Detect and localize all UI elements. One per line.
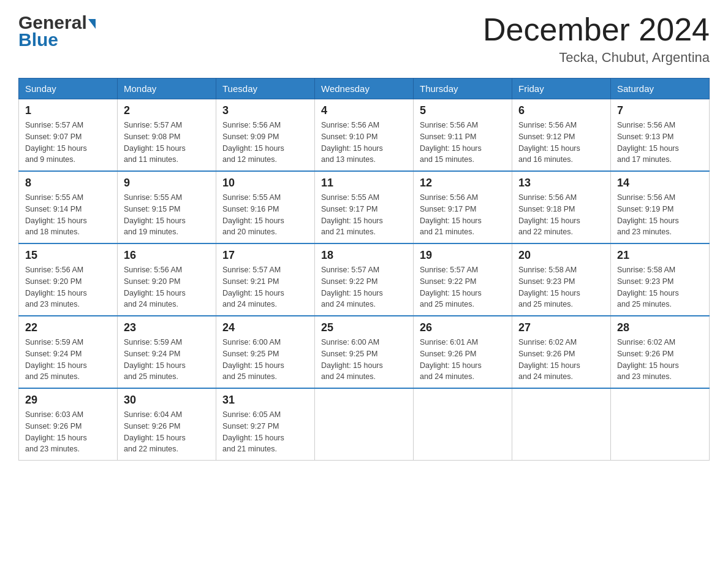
calendar-day-cell: 23Sunrise: 5:59 AMSunset: 9:24 PMDayligh… [118, 316, 216, 388]
calendar-day-cell: 12Sunrise: 5:56 AMSunset: 9:17 PMDayligh… [414, 171, 512, 243]
location-title: Tecka, Chubut, Argentina [483, 50, 710, 66]
day-number: 18 [321, 249, 407, 262]
weekday-header-friday: Friday [512, 79, 611, 99]
day-number: 16 [124, 249, 210, 262]
day-number: 23 [124, 321, 210, 334]
day-number: 3 [222, 104, 308, 117]
calendar-day-cell: 28Sunrise: 6:02 AMSunset: 9:26 PMDayligh… [611, 316, 710, 388]
calendar-day-cell: 19Sunrise: 5:57 AMSunset: 9:22 PMDayligh… [414, 243, 512, 316]
day-info: Sunrise: 6:05 AMSunset: 9:27 PMDaylight:… [222, 409, 308, 455]
day-number: 26 [420, 321, 506, 334]
calendar-day-cell: 5Sunrise: 5:56 AMSunset: 9:11 PMDaylight… [414, 99, 512, 172]
calendar-day-cell: 27Sunrise: 6:02 AMSunset: 9:26 PMDayligh… [512, 316, 611, 388]
calendar-day-cell: 25Sunrise: 6:00 AMSunset: 9:25 PMDayligh… [315, 316, 414, 388]
calendar-day-cell: 8Sunrise: 5:55 AMSunset: 9:14 PMDaylight… [19, 171, 118, 243]
day-info: Sunrise: 5:55 AMSunset: 9:17 PMDaylight:… [321, 192, 407, 238]
calendar-day-cell: 17Sunrise: 5:57 AMSunset: 9:21 PMDayligh… [216, 243, 315, 316]
title-area: December 2024 Tecka, Chubut, Argentina [483, 12, 710, 66]
logo-arrow-icon [88, 19, 96, 29]
calendar-day-cell [611, 388, 710, 461]
calendar-day-cell: 10Sunrise: 5:55 AMSunset: 9:16 PMDayligh… [216, 171, 315, 243]
calendar-week-row: 8Sunrise: 5:55 AMSunset: 9:14 PMDaylight… [19, 171, 710, 243]
calendar-day-cell [512, 388, 611, 461]
day-number: 31 [222, 394, 308, 407]
calendar-day-cell: 31Sunrise: 6:05 AMSunset: 9:27 PMDayligh… [216, 388, 315, 461]
weekday-header-thursday: Thursday [414, 79, 512, 99]
calendar-day-cell: 26Sunrise: 6:01 AMSunset: 9:26 PMDayligh… [414, 316, 512, 388]
day-info: Sunrise: 5:58 AMSunset: 9:23 PMDaylight:… [617, 264, 703, 310]
calendar-day-cell: 1Sunrise: 5:57 AMSunset: 9:07 PMDaylight… [19, 99, 118, 172]
day-info: Sunrise: 5:56 AMSunset: 9:20 PMDaylight:… [25, 264, 111, 310]
day-info: Sunrise: 5:57 AMSunset: 9:21 PMDaylight:… [222, 264, 308, 310]
day-number: 11 [321, 177, 407, 190]
day-info: Sunrise: 5:56 AMSunset: 9:13 PMDaylight:… [617, 120, 703, 166]
day-number: 5 [420, 104, 506, 117]
day-number: 7 [617, 104, 703, 117]
day-info: Sunrise: 5:57 AMSunset: 9:08 PMDaylight:… [124, 120, 210, 166]
logo-blue: Blue [18, 29, 58, 50]
day-info: Sunrise: 5:56 AMSunset: 9:11 PMDaylight:… [420, 120, 506, 166]
day-info: Sunrise: 5:57 AMSunset: 9:22 PMDaylight:… [420, 264, 506, 310]
day-info: Sunrise: 5:56 AMSunset: 9:20 PMDaylight:… [124, 264, 210, 310]
day-number: 12 [420, 177, 506, 190]
day-number: 27 [518, 321, 604, 334]
day-info: Sunrise: 5:56 AMSunset: 9:09 PMDaylight:… [222, 120, 308, 166]
day-info: Sunrise: 5:56 AMSunset: 9:19 PMDaylight:… [617, 192, 703, 238]
day-info: Sunrise: 5:58 AMSunset: 9:23 PMDaylight:… [518, 264, 604, 310]
calendar-day-cell: 29Sunrise: 6:03 AMSunset: 9:26 PMDayligh… [19, 388, 118, 461]
calendar-day-cell: 6Sunrise: 5:56 AMSunset: 9:12 PMDaylight… [512, 99, 611, 172]
calendar-table: SundayMondayTuesdayWednesdayThursdayFrid… [18, 78, 710, 461]
day-info: Sunrise: 5:56 AMSunset: 9:12 PMDaylight:… [518, 120, 604, 166]
calendar-week-row: 15Sunrise: 5:56 AMSunset: 9:20 PMDayligh… [19, 243, 710, 316]
day-number: 24 [222, 321, 308, 334]
day-number: 2 [124, 104, 210, 117]
day-info: Sunrise: 5:55 AMSunset: 9:15 PMDaylight:… [124, 192, 210, 238]
weekday-header-wednesday: Wednesday [315, 79, 414, 99]
calendar-week-row: 29Sunrise: 6:03 AMSunset: 9:26 PMDayligh… [19, 388, 710, 461]
calendar-week-row: 22Sunrise: 5:59 AMSunset: 9:24 PMDayligh… [19, 316, 710, 388]
day-info: Sunrise: 6:03 AMSunset: 9:26 PMDaylight:… [25, 409, 111, 455]
day-info: Sunrise: 5:59 AMSunset: 9:24 PMDaylight:… [124, 337, 210, 383]
calendar-day-cell: 20Sunrise: 5:58 AMSunset: 9:23 PMDayligh… [512, 243, 611, 316]
day-info: Sunrise: 6:00 AMSunset: 9:25 PMDaylight:… [222, 337, 308, 383]
day-info: Sunrise: 6:02 AMSunset: 9:26 PMDaylight:… [518, 337, 604, 383]
day-info: Sunrise: 6:02 AMSunset: 9:26 PMDaylight:… [617, 337, 703, 383]
calendar-day-cell: 2Sunrise: 5:57 AMSunset: 9:08 PMDaylight… [118, 99, 216, 172]
day-info: Sunrise: 5:57 AMSunset: 9:22 PMDaylight:… [321, 264, 407, 310]
day-number: 17 [222, 249, 308, 262]
day-number: 6 [518, 104, 604, 117]
calendar-day-cell [315, 388, 414, 461]
day-number: 15 [25, 249, 111, 262]
day-info: Sunrise: 5:56 AMSunset: 9:18 PMDaylight:… [518, 192, 604, 238]
calendar-day-cell: 11Sunrise: 5:55 AMSunset: 9:17 PMDayligh… [315, 171, 414, 243]
calendar-day-cell: 14Sunrise: 5:56 AMSunset: 9:19 PMDayligh… [611, 171, 710, 243]
calendar-day-cell: 7Sunrise: 5:56 AMSunset: 9:13 PMDaylight… [611, 99, 710, 172]
day-number: 4 [321, 104, 407, 117]
month-title: December 2024 [483, 12, 710, 47]
day-info: Sunrise: 5:59 AMSunset: 9:24 PMDaylight:… [25, 337, 111, 383]
day-number: 19 [420, 249, 506, 262]
day-info: Sunrise: 6:01 AMSunset: 9:26 PMDaylight:… [420, 337, 506, 383]
day-number: 14 [617, 177, 703, 190]
calendar-day-cell: 4Sunrise: 5:56 AMSunset: 9:10 PMDaylight… [315, 99, 414, 172]
calendar-day-cell [414, 388, 512, 461]
day-info: Sunrise: 6:00 AMSunset: 9:25 PMDaylight:… [321, 337, 407, 383]
day-info: Sunrise: 6:04 AMSunset: 9:26 PMDaylight:… [124, 409, 210, 455]
day-number: 28 [617, 321, 703, 334]
weekday-header-monday: Monday [118, 79, 216, 99]
calendar-day-cell: 3Sunrise: 5:56 AMSunset: 9:09 PMDaylight… [216, 99, 315, 172]
day-number: 13 [518, 177, 604, 190]
calendar-day-cell: 30Sunrise: 6:04 AMSunset: 9:26 PMDayligh… [118, 388, 216, 461]
day-info: Sunrise: 5:56 AMSunset: 9:10 PMDaylight:… [321, 120, 407, 166]
weekday-header-row: SundayMondayTuesdayWednesdayThursdayFrid… [19, 79, 710, 99]
calendar-week-row: 1Sunrise: 5:57 AMSunset: 9:07 PMDaylight… [19, 99, 710, 172]
day-number: 29 [25, 394, 111, 407]
day-info: Sunrise: 5:57 AMSunset: 9:07 PMDaylight:… [25, 120, 111, 166]
day-number: 8 [25, 177, 111, 190]
calendar-day-cell: 18Sunrise: 5:57 AMSunset: 9:22 PMDayligh… [315, 243, 414, 316]
day-number: 22 [25, 321, 111, 334]
day-info: Sunrise: 5:55 AMSunset: 9:14 PMDaylight:… [25, 192, 111, 238]
weekday-header-sunday: Sunday [19, 79, 118, 99]
day-number: 21 [617, 249, 703, 262]
weekday-header-saturday: Saturday [611, 79, 710, 99]
